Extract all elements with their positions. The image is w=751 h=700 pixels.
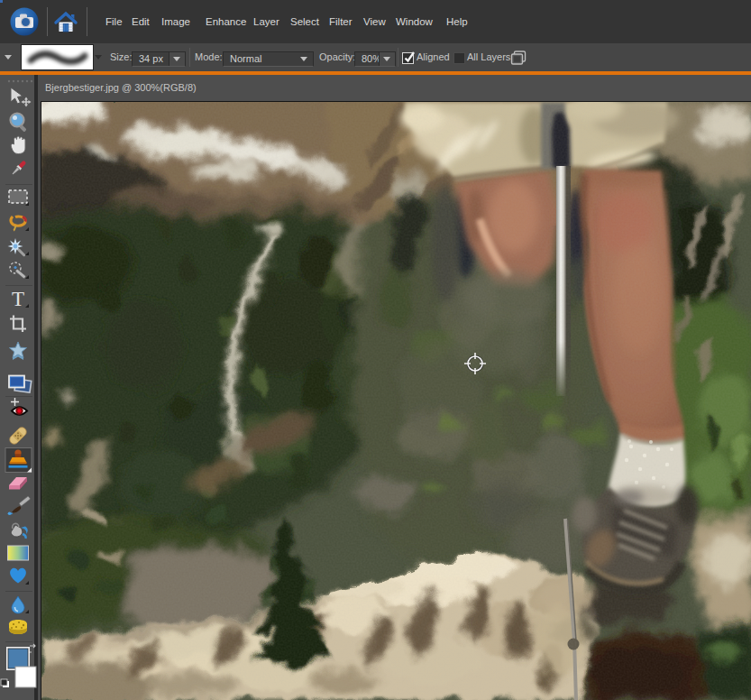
svg-text:T: T xyxy=(12,288,24,310)
